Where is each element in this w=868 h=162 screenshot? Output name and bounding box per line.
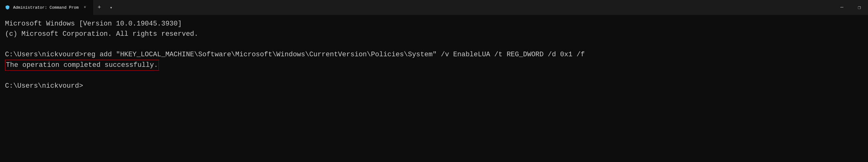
titlebar: Administrator: Command Prom × + ▾ ─ ❐ bbox=[0, 0, 868, 15]
titlebar-tabs: Administrator: Command Prom × + ▾ bbox=[0, 0, 417, 15]
tab-label: Administrator: Command Prom bbox=[13, 5, 79, 10]
terminal-line-2: (c) Microsoft Corporation. All rights re… bbox=[5, 29, 863, 39]
window: Administrator: Command Prom × + ▾ ─ ❐ Mi… bbox=[0, 0, 868, 162]
terminal-line-3 bbox=[5, 39, 863, 49]
new-tab-button[interactable]: + bbox=[93, 1, 105, 14]
tab-close-button[interactable]: × bbox=[82, 4, 88, 10]
tab-item-cmd[interactable]: Administrator: Command Prom × bbox=[0, 0, 93, 15]
terminal-line-5: The operation completed successfully. bbox=[5, 60, 863, 71]
terminal-line-1: Microsoft Windows [Version 10.0.19045.39… bbox=[5, 19, 863, 29]
terminal-body[interactable]: Microsoft Windows [Version 10.0.19045.39… bbox=[0, 15, 868, 162]
minimize-button[interactable]: ─ bbox=[833, 0, 850, 15]
shield-icon bbox=[5, 5, 10, 10]
tabs-dropdown-button[interactable]: ▾ bbox=[105, 2, 117, 13]
success-message: The operation completed successfully. bbox=[5, 60, 159, 71]
restore-button[interactable]: ❐ bbox=[850, 0, 868, 15]
titlebar-controls: ─ ❐ bbox=[833, 0, 868, 15]
terminal-line-7: C:\Users\nickvourd> bbox=[5, 81, 863, 91]
terminal-line-4: C:\Users\nickvourd>reg add "HKEY_LOCAL_M… bbox=[5, 49, 863, 60]
terminal-line-6 bbox=[5, 71, 863, 81]
